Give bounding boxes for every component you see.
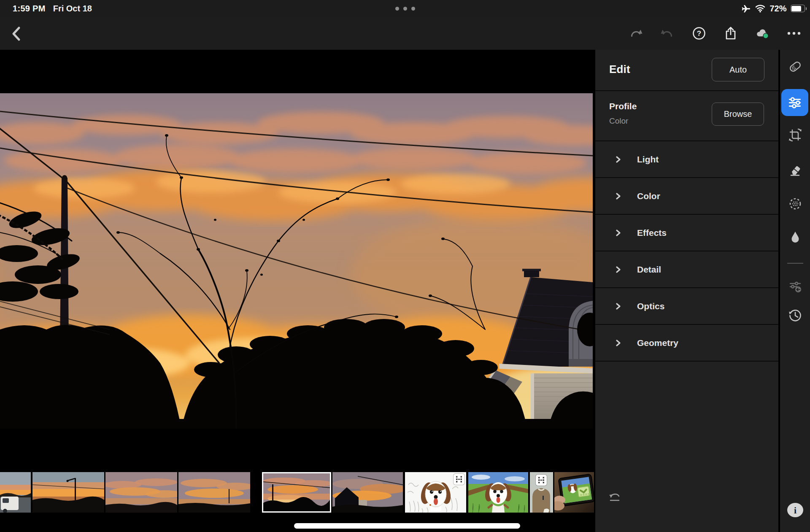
section-row-effects[interactable]: Effects	[595, 215, 778, 251]
filmstrip-thumb[interactable]	[105, 472, 177, 513]
photo-stage	[0, 50, 594, 532]
svg-text:i: i	[794, 505, 796, 516]
filmstrip-thumb[interactable]	[530, 472, 553, 513]
chevron-right-icon	[615, 156, 621, 163]
filmstrip-thumb[interactable]	[178, 472, 250, 513]
tool-rail: i	[778, 50, 810, 532]
panel-sections: Light Color Effects Detail Optics Geomet…	[595, 140, 778, 362]
browse-button[interactable]: Browse	[712, 103, 764, 126]
panel-title: Edit	[609, 63, 630, 76]
undo-icon[interactable]	[660, 26, 675, 41]
section-label: Effects	[637, 228, 667, 238]
filmstrip-thumb[interactable]	[0, 472, 31, 513]
previous-settings-icon[interactable]	[787, 279, 803, 295]
info-icon[interactable]: i	[787, 502, 804, 518]
section-row-optics[interactable]: Optics	[595, 288, 778, 325]
cloud-sync-icon[interactable]	[755, 26, 770, 41]
section-row-color[interactable]: Color	[595, 178, 778, 215]
filmstrip-thumb[interactable]	[332, 472, 403, 513]
reset-icon[interactable]	[608, 491, 623, 505]
section-label: Light	[637, 154, 659, 165]
help-icon[interactable]: ?	[692, 26, 706, 41]
section-label: Geometry	[637, 338, 678, 348]
status-bar: 1:59 PM Fri Oct 18 72%	[0, 0, 810, 17]
section-row-geometry[interactable]: Geometry	[595, 325, 778, 362]
edit-adjustments-icon[interactable]	[781, 89, 808, 116]
filmstrip-thumb[interactable]	[554, 472, 594, 513]
top-toolbar: ?	[0, 17, 810, 50]
svg-text:?: ?	[697, 30, 701, 38]
status-time: 1:59 PM	[13, 4, 46, 14]
lightroom-app: 1:59 PM Fri Oct 18 72%	[0, 0, 810, 532]
rail-divider	[787, 263, 803, 264]
airplane-mode-icon	[741, 4, 751, 14]
more-icon[interactable]	[787, 26, 801, 41]
chevron-right-icon	[615, 266, 621, 273]
section-label: Detail	[637, 265, 661, 275]
chevron-right-icon	[615, 229, 621, 237]
eraser-icon[interactable]	[787, 162, 803, 178]
profile-label: Profile	[609, 101, 637, 111]
section-label: Optics	[637, 301, 664, 311]
edit-panel: Edit Auto Profile Color Browse Light Col…	[594, 50, 778, 532]
filmstrip	[0, 472, 594, 513]
section-label: Color	[637, 191, 660, 201]
filmstrip-thumb[interactable]	[468, 472, 528, 513]
video-badge-icon	[454, 474, 464, 485]
battery-percent: 72%	[770, 4, 786, 14]
auto-button[interactable]: Auto	[712, 58, 764, 81]
home-indicator[interactable]	[294, 523, 520, 529]
section-row-detail[interactable]: Detail	[595, 251, 778, 288]
droplet-icon[interactable]	[787, 230, 803, 246]
filmstrip-thumb[interactable]	[405, 472, 466, 513]
chevron-right-icon	[615, 192, 621, 200]
section-row-light[interactable]: Light	[595, 141, 778, 178]
versions-icon[interactable]	[787, 308, 803, 324]
crop-icon[interactable]	[787, 127, 803, 143]
status-date: Fri Oct 18	[53, 4, 92, 14]
chevron-right-icon	[615, 339, 621, 347]
back-icon[interactable]	[10, 26, 22, 41]
chevron-right-icon	[615, 302, 621, 310]
photo-canvas[interactable]	[0, 93, 593, 429]
profile-value: Color	[609, 116, 628, 126]
redo-icon[interactable]	[629, 26, 643, 41]
heal-icon[interactable]	[787, 59, 803, 75]
share-icon[interactable]	[724, 26, 738, 41]
video-badge-icon	[536, 475, 547, 486]
filmstrip-thumb[interactable]	[32, 472, 104, 513]
battery-icon	[791, 5, 805, 12]
multitasking-dots	[0, 0, 810, 17]
selective-mask-icon[interactable]	[787, 196, 803, 212]
filmstrip-thumb-selected[interactable]	[262, 472, 331, 513]
wifi-icon	[755, 4, 766, 13]
